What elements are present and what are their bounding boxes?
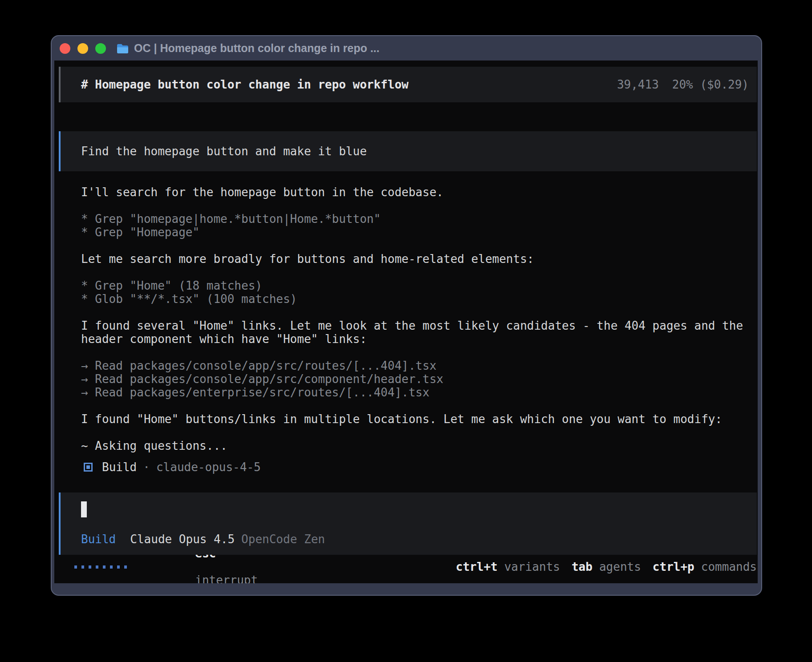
transcript-line	[81, 306, 755, 319]
agent-status-row: Build · claude-opus-4-5	[59, 460, 755, 474]
transcript-line: I found several "Home" links. Let me loo…	[81, 319, 755, 332]
ctrl-p-key: ctrl+p	[653, 560, 694, 573]
transcript-line: I'll search for the homepage button in t…	[81, 186, 755, 199]
input-provider-label: OpenCode Zen	[241, 533, 325, 546]
close-button[interactable]	[60, 43, 70, 54]
transcript-line: → Read packages/console/app/src/routes/[…	[81, 359, 755, 372]
transcript-line: ~ Asking questions...	[81, 439, 755, 452]
ctrl-t-key: ctrl+t	[456, 560, 498, 573]
transcript-line: I found "Home" buttons/links in multiple…	[81, 412, 755, 426]
text-cursor	[81, 501, 87, 517]
transcript-line	[81, 199, 755, 212]
commands-shortcut: ctrl+p commands	[653, 560, 757, 573]
user-message-text: Find the homepage button and make it blu…	[81, 145, 367, 158]
transcript-line: → Read packages/console/app/src/componen…	[81, 372, 755, 386]
transcript-line	[81, 426, 755, 439]
agent-name: Build	[102, 460, 137, 474]
input-agent-label[interactable]: Build	[81, 533, 116, 546]
session-title: # Homepage button color change in repo w…	[81, 78, 409, 91]
input-footer: Build Claude Opus 4.5 OpenCode Zen	[81, 533, 325, 546]
progress-spinner	[74, 565, 127, 569]
transcript-line: * Grep "Homepage"	[81, 226, 755, 239]
transcript-line	[81, 239, 755, 252]
transcript-line: * Grep "homepage|home.*button|Home.*butt…	[81, 212, 755, 226]
transcript-line: Let me search more broadly for buttons a…	[81, 252, 755, 266]
transcript-line: * Grep "Home" (18 matches)	[81, 279, 755, 292]
transcript-line: * Glob "**/*.tsx" (100 matches)	[81, 292, 755, 306]
status-bar: esc interrupt ctrl+t variants tab agents…	[59, 560, 757, 573]
variants-shortcut: ctrl+t variants	[456, 560, 560, 573]
window-titlebar[interactable]: OC | Homepage button color change in rep…	[52, 36, 761, 61]
dot-separator: ·	[143, 460, 150, 474]
terminal-window: OC | Homepage button color change in rep…	[51, 35, 762, 596]
shortcut-hints: ctrl+t variants tab agents ctrl+p comman…	[456, 560, 757, 573]
input-model-label[interactable]: Claude Opus 4.5	[130, 533, 235, 546]
maximize-button[interactable]	[95, 43, 106, 54]
session-stats: 39,413 20% ($0.29)	[617, 78, 749, 91]
variants-label: variants	[504, 560, 560, 573]
context-cost: 20% ($0.29)	[672, 78, 749, 91]
window-title: OC | Homepage button color change in rep…	[134, 42, 379, 55]
traffic-lights	[60, 43, 106, 54]
agent-model: claude-opus-4-5	[156, 460, 261, 474]
transcript-line: header component which have "Home" links…	[81, 332, 755, 346]
transcript-line	[81, 266, 755, 279]
build-agent-icon	[84, 463, 93, 472]
tab-key: tab	[572, 560, 593, 573]
assistant-transcript: I'll search for the homepage button in t…	[59, 186, 755, 452]
folder-icon	[117, 44, 129, 53]
user-message: Find the homepage button and make it blu…	[59, 131, 757, 171]
prompt-input[interactable]: Build Claude Opus 4.5 OpenCode Zen	[59, 492, 757, 555]
commands-label: commands	[701, 560, 757, 573]
agents-label: agents	[599, 560, 641, 573]
interrupt-label: interrupt	[195, 573, 258, 583]
token-count: 39,413	[617, 78, 659, 91]
agents-shortcut: tab agents	[572, 560, 641, 573]
transcript-line	[81, 399, 755, 412]
minimize-button[interactable]	[77, 43, 88, 54]
terminal-content: # Homepage button color change in repo w…	[54, 61, 758, 583]
transcript-line	[81, 346, 755, 359]
transcript-line: → Read packages/enterprise/src/routes/[.…	[81, 386, 755, 399]
session-header: # Homepage button color change in repo w…	[59, 67, 757, 102]
